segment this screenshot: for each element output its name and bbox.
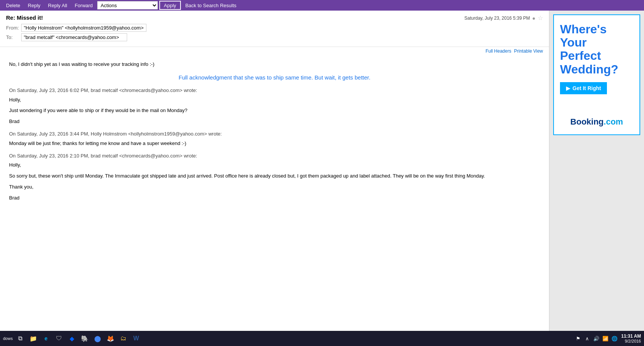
- quoted3-header: On Saturday, July 23, 2016 2:10 PM, brad…: [9, 152, 540, 160]
- quoted3-closing: Thank you,: [9, 183, 540, 191]
- taskbar: dows ⧉ 📁 e 🛡 ◆ 🐘 ⬤ 🦊 🗂 W ⚑ ∧ 🔊 📶 🌐 11:31…: [0, 331, 644, 346]
- full-headers-link[interactable]: Full Headers: [485, 48, 511, 54]
- email-subject: Re: Missed it!: [6, 14, 464, 21]
- tray-globe-icon[interactable]: 🌐: [611, 335, 618, 342]
- start-text: dows: [3, 336, 13, 341]
- clock: 11:31 AM 9/2/2016: [621, 334, 641, 343]
- quoted1-salutation: Holly,: [9, 96, 540, 104]
- quoted3-salutation: Holly,: [9, 161, 540, 169]
- timestamp-text: Saturday, July 23, 2016 5:39 PM: [464, 16, 530, 21]
- ad-cta-label: Get It Right: [572, 85, 601, 91]
- ad-headline-line4: Wedding?: [560, 62, 618, 76]
- quoted1-header: On Saturday, July 23, 2016 6:02 PM, brad…: [9, 87, 540, 95]
- email-toolbar: Delete Reply Reply All Forward Actions A…: [0, 0, 644, 11]
- printable-view-link[interactable]: Printable View: [514, 48, 543, 54]
- ad-pane: Where's Your Perfect Wedding? ▶ Get It R…: [549, 11, 644, 331]
- shield-icon[interactable]: 🛡: [54, 333, 64, 344]
- ad-headline-line3: Perfect: [560, 49, 601, 62]
- to-field: To: "brad metcalf" <chromecards@yahoo.co…: [6, 33, 464, 41]
- quoted2-body: Monday will be just fine; thanks for let…: [9, 140, 540, 148]
- ad-brand: Booking.com: [560, 117, 633, 127]
- email-header: Re: Missed it! From: "Holly Holmstrom" <…: [0, 11, 549, 47]
- quoted1-sig: Brad: [9, 118, 540, 126]
- reply-all-button[interactable]: Reply All: [45, 1, 70, 10]
- ad-brand-name: Booking.com: [570, 117, 623, 126]
- quoted3-sig: Brad: [9, 194, 540, 202]
- tray-icon-expand[interactable]: ∧: [583, 335, 591, 342]
- firefox-icon[interactable]: 🦊: [105, 333, 116, 344]
- clock-time: 11:31 AM: [621, 334, 641, 339]
- folder2-icon[interactable]: 🗂: [118, 333, 129, 344]
- reply-button[interactable]: Reply: [25, 1, 44, 10]
- clock-date: 9/2/2016: [621, 339, 641, 343]
- to-value: "brad metcalf" <chromecards@yahoo.com>: [21, 33, 127, 41]
- quoted2-header: On Saturday, July 23, 2016 3:44 PM, Holl…: [9, 130, 540, 138]
- ad-cta-button[interactable]: ▶ Get It Right: [560, 82, 607, 94]
- email-timestamp: Saturday, July 23, 2016 5:39 PM ● ☆: [464, 14, 543, 22]
- from-value: "Holly Holmstrom" <hollyholmstrom1959@ya…: [21, 24, 146, 32]
- tray-icon-2[interactable]: 🔊: [593, 335, 600, 342]
- tray-icons: ⚑ ∧ 🔊 📶 🌐: [574, 335, 618, 342]
- main-layout: Re: Missed it! From: "Holly Holmstrom" <…: [0, 11, 644, 331]
- email-body: No, I didn't ship yet as I was waiting t…: [0, 55, 549, 211]
- apply-button[interactable]: Apply: [159, 1, 181, 10]
- ad-headline-line1: Where's: [560, 22, 607, 36]
- from-field: From: "Holly Holmstrom" <hollyholmstrom1…: [6, 24, 464, 32]
- quoted3-body: So sorry but, these won't ship until Mon…: [9, 172, 540, 180]
- actions-select[interactable]: Actions: [97, 1, 158, 9]
- back-to-search-button[interactable]: Back to Search Results: [182, 2, 240, 9]
- email-pane: Re: Missed it! From: "Holly Holmstrom" <…: [0, 11, 549, 331]
- body-highlight: Full acknowledgment that she was to ship…: [9, 73, 540, 82]
- ie-icon[interactable]: e: [41, 333, 51, 344]
- system-tray: ⚑ ∧ 🔊 📶 🌐 11:31 AM 9/2/2016: [574, 334, 641, 343]
- quoted1-body: Just wondering if you were able to ship …: [9, 107, 540, 115]
- chrome-icon[interactable]: ⬤: [92, 333, 103, 344]
- email-fields: Re: Missed it! From: "Holly Holmstrom" <…: [6, 14, 464, 43]
- task-view-icon[interactable]: ⧉: [15, 333, 26, 344]
- ad-box: Where's Your Perfect Wedding? ▶ Get It R…: [553, 14, 640, 135]
- tray-icon-1[interactable]: ⚑: [574, 335, 582, 342]
- evernote-icon[interactable]: 🐘: [79, 333, 90, 344]
- word-icon[interactable]: W: [131, 333, 142, 344]
- delete-button[interactable]: Delete: [3, 1, 23, 10]
- ad-headline: Where's Your Perfect Wedding?: [560, 23, 633, 76]
- from-label: From:: [6, 25, 21, 31]
- email-meta: Re: Missed it! From: "Holly Holmstrom" <…: [6, 14, 543, 43]
- ad-footer: Booking.com: [560, 117, 633, 127]
- body-line1: No, I didn't ship yet as I was waiting t…: [9, 61, 540, 69]
- ad-cta-arrow: ▶: [566, 85, 570, 91]
- header-links: Full Headers Printable View: [0, 47, 549, 55]
- to-label: To:: [6, 34, 21, 40]
- tray-wifi-icon[interactable]: 📶: [602, 335, 609, 342]
- read-status-icon: ●: [532, 15, 535, 21]
- star-icon[interactable]: ☆: [538, 14, 543, 22]
- file-explorer-icon[interactable]: 📁: [28, 333, 39, 344]
- ad-headline-line2: Your: [560, 36, 587, 49]
- dropbox-icon[interactable]: ◆: [67, 333, 77, 344]
- forward-button[interactable]: Forward: [72, 1, 96, 10]
